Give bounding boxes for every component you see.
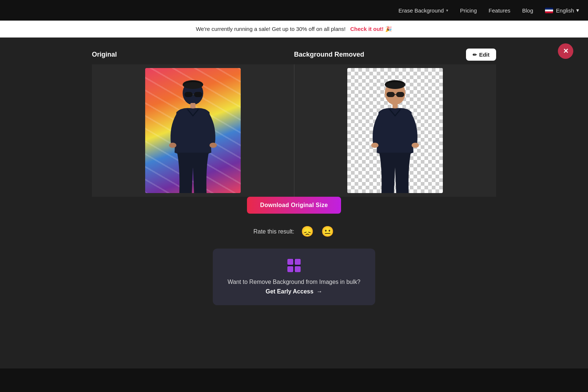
svg-rect-4 — [184, 92, 193, 97]
original-panel — [92, 64, 294, 197]
edit-button[interactable]: ✏ Edit — [466, 49, 496, 61]
svg-point-2 — [169, 143, 176, 148]
nav-features[interactable]: Features — [489, 7, 510, 14]
download-section: Download Original Size — [22, 197, 566, 214]
sale-banner: We're currently running a sale! Get up t… — [0, 21, 588, 38]
person-figure-original — [162, 79, 224, 193]
svg-rect-19 — [295, 266, 301, 272]
svg-rect-17 — [295, 259, 301, 265]
close-button[interactable]: ✕ — [558, 43, 573, 59]
sad-rating-button[interactable]: 😞 — [300, 225, 315, 238]
svg-point-11 — [412, 143, 419, 148]
svg-point-3 — [209, 143, 217, 148]
neutral-rating-button[interactable]: 😐 — [320, 225, 335, 238]
removed-panel — [294, 64, 496, 197]
svg-rect-18 — [287, 266, 293, 272]
svg-point-10 — [371, 143, 379, 148]
lang-chevron-icon: ▾ — [576, 7, 579, 14]
removed-header: Background Removed ✏ Edit — [294, 49, 496, 61]
sale-link[interactable]: Check it out! 🎉 — [350, 26, 392, 32]
nav-erase-background[interactable]: Erase Background ▾ — [398, 7, 448, 14]
pencil-icon: ✏ — [473, 52, 477, 58]
early-access-link[interactable]: Get Early Access → — [266, 288, 323, 295]
main-content: ✕ Original Background Removed ✏ Edit — [0, 38, 588, 368]
chevron-down-icon: ▾ — [446, 8, 448, 13]
rating-section: Rate this result: 😞 😐 — [22, 225, 566, 238]
person-figure-removed — [364, 79, 426, 193]
arrow-icon: → — [316, 288, 322, 295]
early-access-card: Want to Remove Background from Images in… — [213, 249, 375, 305]
nav-blog[interactable]: Blog — [522, 7, 533, 14]
nav-pricing[interactable]: Pricing — [460, 7, 477, 14]
flag-icon — [545, 8, 553, 13]
bulk-description: Want to Remove Background from Images in… — [227, 279, 360, 285]
comparison-header: Original Background Removed ✏ Edit — [92, 49, 496, 61]
navigation: Erase Background ▾ Pricing Features Blog… — [0, 0, 588, 21]
language-selector[interactable]: English ▾ — [545, 7, 579, 14]
svg-rect-16 — [287, 259, 293, 265]
download-button[interactable]: Download Original Size — [247, 197, 341, 214]
original-label: Original — [92, 51, 294, 58]
svg-rect-12 — [387, 92, 395, 97]
bottom-area — [0, 368, 588, 392]
svg-rect-13 — [396, 92, 404, 97]
bulk-icon — [227, 259, 360, 275]
comparison-images — [92, 64, 496, 197]
svg-rect-5 — [194, 92, 202, 97]
